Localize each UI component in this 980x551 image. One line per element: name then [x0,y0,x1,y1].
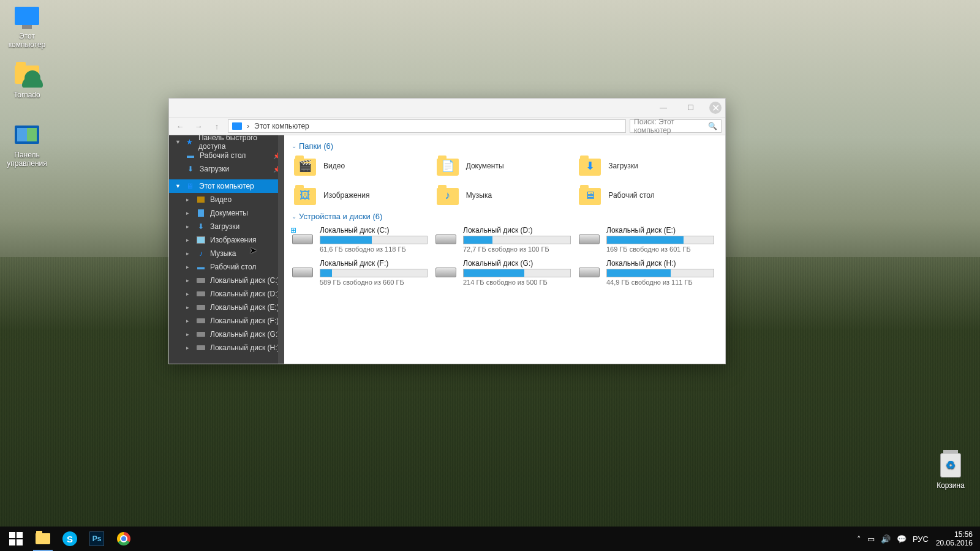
desktop-icon-control-panel[interactable]: Панель управления [4,121,50,168]
drive-icon [578,226,600,244]
drive-free-text: 44,9 ГБ свободно из 111 ГБ [606,279,714,286]
drive-name: Локальный диск (E:) [606,226,714,234]
drive-icon [292,259,314,277]
tray-notifications-icon[interactable]: 💬 [897,534,907,544]
desktop-icon-label: Tornado [4,91,50,99]
drive-usage-bar [606,236,714,244]
sidebar-item-drive-c[interactable]: ▸Локальный диск (C:) [169,274,284,287]
taskbar-photoshop[interactable]: Ps [83,527,110,551]
titlebar[interactable]: — ☐ ✕ [169,99,725,117]
tray-volume-icon[interactable]: 🔊 [881,534,891,544]
pictures-icon [197,236,205,244]
tray-chevron-icon[interactable]: ˄ [857,534,861,544]
desktop-icon: 🖥 [579,186,601,205]
nav-back-button[interactable]: ← [173,119,187,133]
close-button[interactable]: ✕ [709,102,722,114]
folder-pictures[interactable]: 🖼Изображения [292,182,434,208]
download-icon: ⬇ [197,222,205,231]
sidebar-scrollbar[interactable] [278,135,284,364]
sidebar-this-pc[interactable]: ▼🖥Этот компьютер [169,179,284,193]
search-box[interactable]: Поиск: Этот компьютер 🔍 [630,119,722,133]
tray-network-icon[interactable]: ▭ [867,534,875,544]
pc-icon: 🖥 [186,182,194,190]
drive-icon: ⊞ [292,226,314,244]
desktop-icon: ▬ [197,263,205,271]
group-header-drives[interactable]: ⌄Устройства и диски (6) [292,208,719,223]
sidebar-item-drive-d[interactable]: ▸Локальный диск (D:) [169,287,284,301]
sidebar-item-drive-f[interactable]: ▸Локальный диск (F:) [169,314,284,328]
start-button[interactable] [2,527,29,551]
address-text: Этот компьютер [254,122,309,130]
control-panel-icon [15,126,39,144]
drive-name: Локальный диск (D:) [463,226,571,234]
sidebar-item-downloads[interactable]: ▸⬇Загрузки [169,220,284,233]
drive-usage-bar [463,236,571,244]
drive-usage-bar [606,269,714,277]
sidebar-item-drive-g[interactable]: ▸Локальный диск (G:) [169,328,284,341]
drive-name: Локальный диск (C:) [320,226,428,234]
sidebar-item-video[interactable]: ▸Видео [169,193,284,206]
drive-item[interactable]: Локальный диск (F:) 589 ГБ свободно из 6… [292,259,432,286]
sidebar-item-desktop[interactable]: ▬Рабочий стол📌 [169,149,284,162]
folder-video[interactable]: 🎬Видео [292,153,434,179]
drive-item[interactable]: ⊞ Локальный диск (C:) 61,6 ГБ свободно и… [292,226,432,253]
minimize-button[interactable]: — [655,102,671,114]
picture-icon: 🖼 [294,186,316,205]
folder-icon [15,66,39,84]
desktop-icon-this-pc[interactable]: Этот компьютер [4,2,50,49]
chevron-down-icon: ⌄ [292,213,296,220]
tray-language[interactable]: РУС [913,534,929,544]
drive-item[interactable]: Локальный диск (H:) 44,9 ГБ свободно из … [578,259,719,286]
drive-usage-bar [463,269,571,277]
drive-item[interactable]: Локальный диск (D:) 72,7 ГБ свободно из … [435,226,576,253]
taskbar-skype[interactable]: S [56,527,83,551]
sidebar-item-music[interactable]: ▸♪Музыка [169,247,284,260]
maximize-button[interactable]: ☐ [682,102,698,114]
desktop-icon-recycle-bin[interactable]: ♻ Корзина [927,452,974,490]
drive-usage-bar [320,236,428,244]
folder-music[interactable]: ♪Музыка [434,182,577,208]
drive-free-text: 61,6 ГБ свободно из 118 ГБ [320,246,428,253]
drive-item[interactable]: Локальный диск (E:) 169 ГБ свободно из 6… [578,226,719,253]
desktop-icon-tornado[interactable]: Tornado [4,61,50,99]
sidebar-item-desktop[interactable]: ▸▬Рабочий стол [169,260,284,274]
sidebar-item-drive-e[interactable]: ▸Локальный диск (E:) [169,301,284,314]
sidebar-item-pictures[interactable]: ▸Изображения [169,233,284,247]
search-placeholder: Поиск: Этот компьютер [634,118,708,135]
nav-up-button[interactable]: ↑ [209,119,224,133]
taskbar-explorer[interactable] [29,527,56,551]
music-icon: ♪ [437,186,459,205]
taskbar-clock[interactable]: 15:56 20.06.2016 [936,530,973,548]
drive-name: Локальный диск (F:) [320,259,428,268]
windows-logo-icon [9,532,23,545]
drive-icon [197,343,205,352]
photoshop-icon: Ps [89,531,104,546]
search-icon: 🔍 [708,122,717,130]
folder-downloads[interactable]: ⬇Загрузки [576,153,719,179]
nav-forward-button[interactable]: → [191,119,206,133]
drive-free-text: 214 ГБ свободно из 500 ГБ [463,279,571,286]
drive-name: Локальный диск (H:) [606,259,714,268]
folder-icon [36,533,50,544]
desktop-icon: ▬ [186,151,195,160]
taskbar-chrome[interactable] [110,527,137,551]
download-icon: ⬇ [186,165,195,173]
sidebar: ▼★Панель быстрого доступа ▬Рабочий стол📌… [169,135,284,364]
address-bar[interactable]: › Этот компьютер [228,119,626,133]
document-icon [197,209,205,217]
drive-icon [197,330,205,339]
drive-free-text: 169 ГБ свободно из 601 ГБ [606,246,714,253]
clock-time: 15:56 [936,530,973,539]
sidebar-item-drive-h[interactable]: ▸Локальный диск (H:) [169,341,284,354]
drive-icon [197,290,205,298]
drive-icon [197,303,205,312]
drive-item[interactable]: Локальный диск (G:) 214 ГБ свободно из 5… [435,259,576,286]
sidebar-quick-access[interactable]: ▼★Панель быстрого доступа [169,135,284,149]
sidebar-item-downloads[interactable]: ⬇Загрузки📌 [169,162,284,176]
folder-desktop[interactable]: 🖥Рабочий стол [576,182,719,208]
clock-date: 20.06.2016 [936,539,973,547]
group-header-folders[interactable]: ⌄Папки (6) [292,138,719,153]
folder-documents[interactable]: 📄Документы [434,153,577,179]
pc-icon [232,122,242,130]
sidebar-item-documents[interactable]: ▸Документы [169,206,284,220]
